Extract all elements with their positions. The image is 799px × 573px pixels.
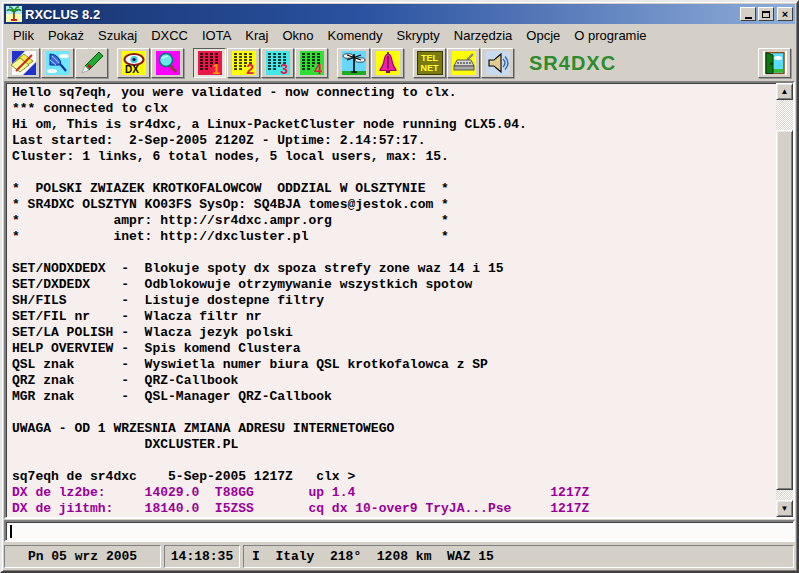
log-notes-icon — [11, 51, 37, 75]
alarm-bell-button[interactable] — [371, 48, 404, 78]
menu-item-kraj[interactable]: Kraj — [238, 26, 275, 45]
page-1-button[interactable]: 1 — [193, 48, 226, 78]
maximize-icon — [762, 11, 770, 18]
dx-watch-button[interactable]: DX — [117, 48, 150, 78]
station-callsign: SR4DXC — [529, 52, 616, 75]
menubar: PlikPokażSzukajDXCCIOTAKrajOknoKomendySk… — [4, 24, 795, 46]
scroll-up-button[interactable]: ▲ — [776, 83, 793, 100]
keyboard-button[interactable] — [447, 48, 480, 78]
terminal-line: SET/DXDEDX - Odblokowuje otrzymywanie ws… — [12, 277, 776, 293]
terminal-line: MGR znak - QSL-Manager QRZ-Callbook — [12, 389, 776, 405]
terminal-line: * inet: http://dxcluster.pl * — [12, 229, 776, 245]
terminal-line: QSL znak - Wyswietla numer biura QSL kro… — [12, 357, 776, 373]
maximize-button[interactable] — [758, 7, 774, 21]
page-4-button[interactable]: 4 — [295, 48, 328, 78]
page-2-icon: 2 — [231, 51, 257, 75]
terminal-line: sq7eqh de sr4dxc 5-Sep-2005 1217Z clx > — [12, 469, 776, 485]
telnet-label-top: TEL — [421, 53, 438, 63]
page-3-icon: 3 — [265, 51, 291, 75]
terminal-line — [12, 245, 776, 261]
keyboard-icon — [451, 51, 477, 75]
window-title: RXCLUS 8.2 — [25, 7, 738, 22]
svg-text:2: 2 — [246, 61, 254, 75]
speaker-icon — [485, 51, 511, 75]
sound-button[interactable] — [481, 48, 514, 78]
menu-item-iota[interactable]: IOTA — [195, 26, 238, 45]
status-dx-info: I Italy 218° 1208 km WAZ 15 — [243, 545, 794, 568]
scrollbar-thumb[interactable] — [776, 130, 793, 490]
menu-item-opcje[interactable]: Opcje — [519, 26, 567, 45]
menu-item-o-programie[interactable]: O programie — [567, 26, 653, 45]
minimize-icon — [745, 17, 752, 19]
page-1-icon: 1 — [197, 51, 223, 75]
status-date: Pn 05 wrz 2005 — [4, 545, 161, 568]
command-input[interactable] — [4, 520, 795, 542]
minimize-button[interactable] — [740, 7, 756, 21]
text-caret — [10, 525, 12, 538]
terminal-text: Hello sq7eqh, you were validated - now c… — [6, 83, 776, 517]
svg-text:3: 3 — [280, 61, 288, 75]
svg-text:4: 4 — [314, 61, 322, 75]
menu-item-dxcc[interactable]: DXCC — [144, 26, 195, 45]
toolbar: DX 1 — [4, 46, 795, 81]
app-window: RXCLUS 8.2 × PlikPokażSzukajDXCCIOTAKraj… — [0, 0, 799, 573]
terminal-line: SH/FILS - Listuje dostepne filtry — [12, 293, 776, 309]
log-button[interactable] — [7, 48, 40, 78]
terminal-line: SET/NODXDEDX - Blokuje spoty dx spoza st… — [12, 261, 776, 277]
terminal-line: Cluster: 1 links, 6 total nodes, 5 local… — [12, 149, 776, 165]
statusbar: Pn 05 wrz 2005 14:18:35 I Italy 218° 120… — [4, 544, 795, 569]
terminal-line: HELP OVERVIEW - Spis komend Clustera — [12, 341, 776, 357]
antenna-button[interactable] — [337, 48, 370, 78]
menu-item-poka-[interactable]: Pokaż — [41, 26, 91, 45]
scroll-up-icon: ▲ — [781, 87, 789, 96]
exit-door-icon — [762, 51, 788, 75]
titlebar[interactable]: RXCLUS 8.2 × — [4, 4, 795, 24]
terminal-line: * POLSKI ZWIAZEK KROTKOFALOWCOW ODDZIAL … — [12, 181, 776, 197]
app-palm-icon — [6, 6, 22, 22]
terminal-line: Hi om, This is sr4dxc, a Linux-PacketClu… — [12, 117, 776, 133]
menu-item-narz-dzia[interactable]: Narzędzia — [447, 26, 520, 45]
close-button[interactable]: × — [777, 7, 793, 21]
terminal-line: Hello sq7eqh, you were validated - now c… — [12, 85, 776, 101]
scroll-down-icon: ▼ — [781, 504, 789, 513]
dish-button[interactable] — [41, 48, 74, 78]
dx-eye-icon: DX — [121, 51, 147, 75]
terminal-line — [12, 165, 776, 181]
telnet-button[interactable]: TEL NET — [413, 48, 446, 78]
menu-item-szukaj[interactable]: Szukaj — [91, 26, 144, 45]
pen-icon — [79, 51, 105, 75]
menu-item-plik[interactable]: Plik — [6, 26, 41, 45]
pen-button[interactable] — [75, 48, 108, 78]
magnifier-icon — [155, 51, 181, 75]
terminal-line: * ampr: http://sr4dxc.ampr.org * — [12, 213, 776, 229]
terminal-panel: Hello sq7eqh, you were validated - now c… — [4, 81, 795, 519]
svg-text:1: 1 — [212, 61, 220, 75]
terminal-line: QRZ znak - QRZ-Callbook — [12, 373, 776, 389]
dx-spot-line: DX de ji1tmh: 18140.0 I5ZSS cq dx 10-ove… — [12, 501, 776, 517]
dx-spot-line: DX de lz2be: 14029.0 T88GG up 1.4 1217Z — [12, 485, 776, 501]
page-2-button[interactable]: 2 — [227, 48, 260, 78]
menu-item-okno[interactable]: Okno — [275, 26, 320, 45]
status-time: 14:18:35 — [164, 545, 240, 568]
exit-button[interactable] — [758, 48, 791, 78]
page-4-icon: 4 — [299, 51, 325, 75]
page-3-button[interactable]: 3 — [261, 48, 294, 78]
menu-item-komendy[interactable]: Komendy — [321, 26, 390, 45]
terminal-line: Last started: 2-Sep-2005 2120Z - Uptime:… — [12, 133, 776, 149]
terminal-line: *** connected to clx — [12, 101, 776, 117]
bell-icon — [375, 51, 401, 75]
satellite-dish-icon — [45, 51, 71, 75]
menu-item-skrypty[interactable]: Skrypty — [389, 26, 446, 45]
terminal-line: UWAGA - OD 1 WRZESNIA ZMIANA ADRESU INTE… — [12, 421, 776, 437]
telnet-label-bottom: NET — [421, 63, 439, 73]
terminal-line: SET/FIL nr - Wlacza filtr nr — [12, 309, 776, 325]
terminal-line: SET/LA POLISH - Wlacza jezyk polski — [12, 325, 776, 341]
terminal-line: DXCLUSTER.PL — [12, 437, 776, 453]
antenna-tower-icon — [341, 51, 367, 75]
vertical-scrollbar[interactable]: ▲ ▼ — [776, 83, 793, 517]
scroll-down-button[interactable]: ▼ — [776, 500, 793, 517]
terminal-line — [12, 405, 776, 421]
terminal-line — [12, 453, 776, 469]
search-button[interactable] — [151, 48, 184, 78]
terminal-line: * SR4DXC OLSZTYN KO03FS SysOp: SQ4BJA to… — [12, 197, 776, 213]
